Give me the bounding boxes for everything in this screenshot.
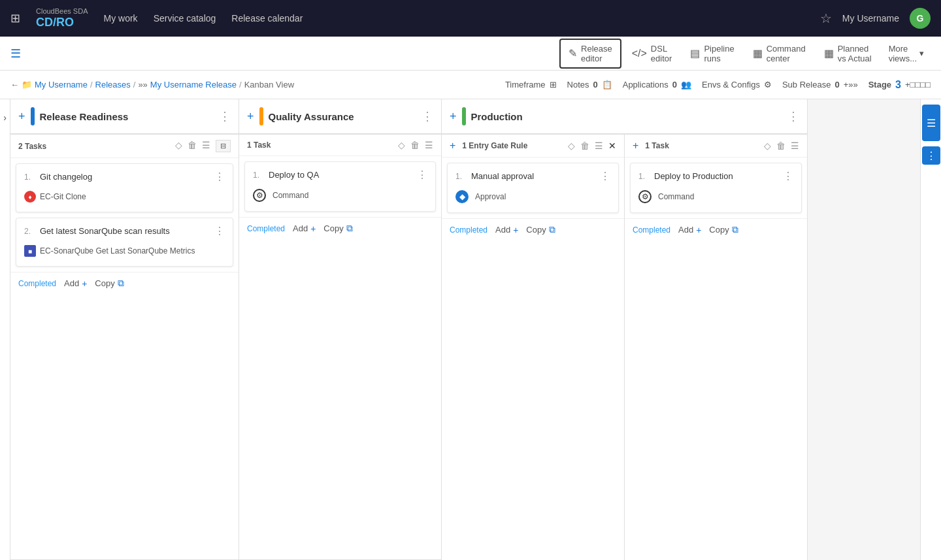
chevron-down-icon: ▾ — [919, 48, 924, 58]
planned-actual-icon: ▦ — [824, 47, 834, 59]
copy-icon: ⧉ — [549, 224, 555, 235]
phase-icons-qa: ◇ 🗑 ☰ — [398, 140, 433, 150]
phase-section-qa-tasks: 1 Task ◇ 🗑 ☰ 1. Deploy to QA ⋮ ⚙ Co — [239, 135, 441, 560]
delete-icon[interactable]: 🗑 — [410, 140, 420, 150]
envs-configs-action[interactable]: Envs & Configs ⚙ — [702, 80, 772, 90]
task-menu-icon[interactable]: ⋮ — [214, 225, 225, 237]
folder-icon: 📁 — [22, 80, 32, 90]
phase-header-rr: 2 Tasks ◇ 🗑 ☰ ⊟ — [10, 135, 239, 158]
right-sidebar: ☰ ⋮ — [920, 99, 941, 560]
nav-links: My work Service catalog Release calendar — [104, 13, 804, 24]
brand-bottom: CD/RO — [36, 16, 88, 30]
task-menu-icon[interactable]: ⋮ — [783, 170, 793, 182]
subrelease-action[interactable]: Sub Release 0 +»» — [782, 80, 858, 90]
delete-icon[interactable]: 🗑 — [776, 140, 785, 151]
toolbar-pipeline-runs[interactable]: ▤ Pipelineruns — [682, 40, 742, 67]
stage-add-icon[interactable]: + — [18, 110, 25, 124]
copy-btn-entry-gate[interactable]: Copy ⧉ — [526, 224, 555, 235]
prod-tasks-add-icon[interactable]: + — [633, 140, 638, 152]
grid-menu-icon[interactable]: ⊞ — [10, 11, 20, 25]
stage-add-icon[interactable]: +□□□□ — [905, 80, 931, 90]
list-icon[interactable]: ☰ — [425, 140, 433, 150]
phase-footer-entry-gate: Completed Add + Copy ⧉ — [442, 218, 624, 240]
delete-icon[interactable]: 🗑 — [188, 140, 197, 152]
list-icon: ☰ — [927, 117, 936, 129]
stage-header-release-readiness: + Release Readiness ⋮ — [10, 99, 239, 135]
phase-header-entry-gate: + 1 Entry Gate Rule ◇ 🗑 ☰ ✕ — [442, 135, 624, 157]
collapse-btn[interactable]: ⊟ — [216, 140, 231, 152]
breadcrumb-bar: ← 📁 My Username / Releases / »» My Usern… — [0, 71, 941, 99]
copy-btn-prod[interactable]: Copy ⧉ — [709, 224, 738, 235]
breadcrumb-release-name[interactable]: My Username Release — [150, 80, 237, 90]
applications-action[interactable]: Applications 0 👥 — [623, 80, 691, 90]
task-menu-icon[interactable]: ⋮ — [600, 170, 610, 182]
toolbar-more-views[interactable]: Moreviews... ▾ — [882, 40, 931, 67]
copy-btn-label: Copy — [323, 223, 343, 233]
sidebar-menu-btn[interactable]: ⋮ — [922, 146, 940, 165]
qa-task-count: 1 Task — [247, 140, 271, 150]
add-btn-label: Add — [293, 223, 308, 233]
add-btn-prod[interactable]: Add + — [678, 225, 701, 235]
more-views-label: Moreviews... — [889, 44, 917, 63]
list-icon[interactable]: ☰ — [202, 140, 210, 152]
toolbar-release-editor[interactable]: ✎ Releaseeditor — [559, 39, 621, 69]
add-btn-qa[interactable]: Add + — [293, 223, 316, 234]
stage-color-bar-prod — [462, 107, 466, 125]
breadcrumb-username[interactable]: My Username — [35, 80, 88, 90]
stage-menu-icon-qa[interactable]: ⋮ — [421, 109, 433, 124]
plugin-label: Command — [272, 191, 308, 200]
toolbar-command-center[interactable]: ▦ Commandcenter — [745, 40, 814, 67]
back-icon[interactable]: ← — [10, 80, 19, 90]
entry-gate-add-icon[interactable]: + — [450, 140, 455, 152]
breadcrumb-releases[interactable]: Releases — [95, 80, 131, 90]
breadcrumb: ← 📁 My Username / Releases / »» My Usern… — [10, 80, 294, 90]
diamond-icon[interactable]: ◇ — [175, 140, 182, 152]
nav-service-catalog[interactable]: Service catalog — [154, 13, 216, 24]
stage-menu-icon[interactable]: ⋮ — [219, 109, 231, 124]
stage-label: Stage — [868, 80, 891, 90]
delete-icon[interactable]: 🗑 — [580, 140, 589, 151]
toolbar-planned-actual[interactable]: ▦ Plannedvs Actual — [816, 40, 880, 67]
stage-menu-icon-prod[interactable]: ⋮ — [787, 109, 799, 124]
add-btn-entry-gate[interactable]: Add + — [495, 225, 518, 235]
nav-release-calendar[interactable]: Release calendar — [231, 13, 303, 24]
toolbar: ☰ ✎ Releaseeditor </> DSLeditor ▤ Pipeli… — [0, 37, 941, 71]
diamond-icon[interactable]: ◇ — [764, 140, 771, 151]
star-icon[interactable]: ☆ — [820, 10, 832, 26]
task-card-deploy-qa: 1. Deploy to QA ⋮ ⚙ Command — [244, 161, 436, 212]
list-icon[interactable]: ☰ — [791, 140, 799, 151]
close-icon[interactable]: ✕ — [608, 140, 616, 151]
task-name: Deploy to Production — [654, 171, 778, 181]
task-card-header: 1. Deploy to QA ⋮ — [253, 169, 427, 181]
stage-color-bar — [31, 107, 35, 125]
notes-action[interactable]: Notes 0 📋 — [567, 80, 612, 90]
menu-toggle-icon[interactable]: ☰ — [10, 46, 21, 61]
plugin-icon-sonar: ■ — [24, 245, 36, 257]
stage-add-icon[interactable]: + — [450, 110, 457, 124]
copy-btn-qa[interactable]: Copy ⧉ — [323, 223, 352, 234]
breadcrumb-sep-1: / — [90, 80, 93, 90]
stage-toggle[interactable]: › — [0, 99, 10, 560]
timeframe-action[interactable]: Timeframe ⊞ — [505, 80, 557, 90]
task-menu-icon[interactable]: ⋮ — [417, 169, 427, 181]
copy-btn[interactable]: Copy ⧉ — [95, 278, 124, 289]
copy-icon: ⧉ — [732, 224, 738, 235]
stage-add-icon[interactable]: + — [247, 110, 254, 124]
status-completed-qa: Completed — [247, 224, 285, 233]
notes-count: 0 — [593, 80, 597, 90]
diamond-icon[interactable]: ◇ — [398, 140, 405, 150]
prod-task-count: 1 Task — [645, 141, 669, 150]
sidebar-list-btn[interactable]: ☰ — [922, 105, 940, 141]
copy-btn-label: Copy — [95, 278, 114, 288]
toolbar-dsl-editor[interactable]: </> DSLeditor — [624, 40, 680, 67]
applications-icon: 👥 — [681, 80, 691, 90]
task-menu-icon[interactable]: ⋮ — [214, 171, 225, 183]
diamond-icon[interactable]: ◇ — [568, 140, 575, 151]
nav-username: My Username — [842, 13, 899, 24]
nav-my-work[interactable]: My work — [104, 13, 138, 24]
task-card: 1. Git changelog ⋮ ♦ EC-Git Clone — [16, 163, 233, 212]
add-btn[interactable]: Add + — [64, 278, 87, 289]
task-card-header: 1. Deploy to Production ⋮ — [638, 170, 793, 182]
plugin-icon-command: ⚙ — [253, 189, 266, 202]
list-icon[interactable]: ☰ — [595, 140, 603, 151]
